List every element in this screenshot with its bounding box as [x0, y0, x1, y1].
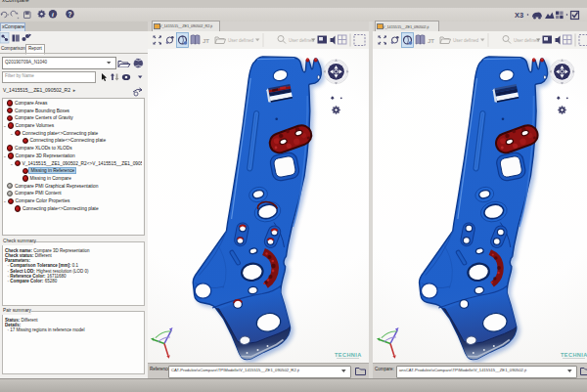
svg-text:User defined: User defined [289, 38, 314, 43]
svg-text:?: ? [68, 11, 72, 18]
svg-text:X3: X3 [515, 11, 523, 20]
svg-text:User defined: User defined [228, 38, 253, 43]
svg-text:JT: JT [203, 38, 209, 44]
svg-text:i: i [52, 11, 54, 18]
